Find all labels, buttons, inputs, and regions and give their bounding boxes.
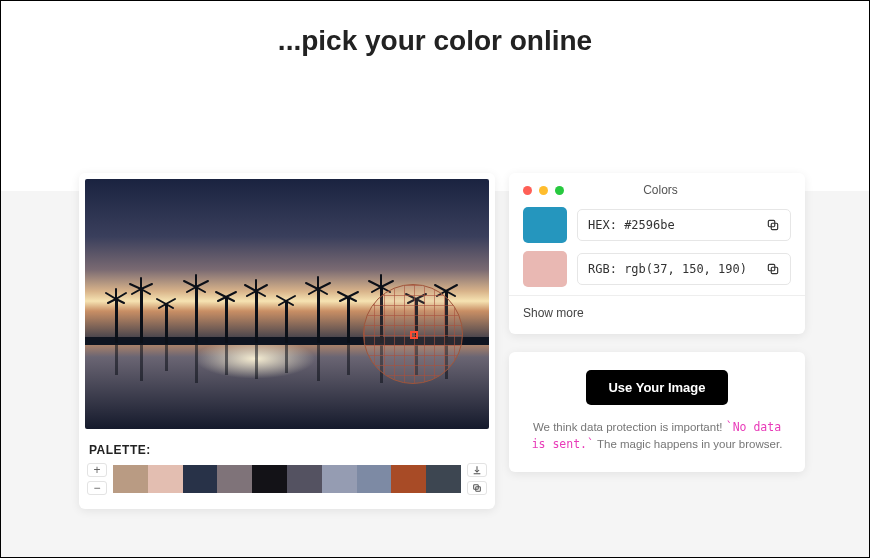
svg-rect-10 <box>285 301 288 343</box>
palette-swatch[interactable] <box>252 465 287 493</box>
hex-code-box: HEX: #2596be <box>577 209 791 241</box>
palette-swatch[interactable] <box>322 465 357 493</box>
palette-swatches <box>113 465 461 493</box>
show-more-link[interactable]: Show more <box>523 306 791 320</box>
page-title: ...pick your color online <box>1 25 869 57</box>
palette-swatch[interactable] <box>426 465 461 493</box>
colors-title: Colors <box>564 183 757 197</box>
copy-rgb-button[interactable] <box>766 262 780 276</box>
svg-rect-71 <box>140 345 143 381</box>
palette-add-button[interactable]: + <box>87 463 107 477</box>
svg-rect-73 <box>195 345 198 383</box>
rgb-code-text: RGB: rgb(37, 150, 190) <box>588 262 747 276</box>
window-dots <box>523 186 564 195</box>
svg-rect-77 <box>317 345 320 381</box>
window-dot-red <box>523 186 532 195</box>
privacy-text: We think data protection is important! `… <box>523 419 791 454</box>
palette-swatch[interactable] <box>183 465 218 493</box>
image-card: PALETTE: + − <box>79 173 495 509</box>
divider <box>509 295 805 296</box>
svg-rect-70 <box>115 345 118 375</box>
copy-icon <box>472 483 482 493</box>
copy-icon <box>766 218 780 232</box>
magnifier-cursor <box>410 331 418 339</box>
palette-swatch[interactable] <box>391 465 426 493</box>
hex-color-preview <box>523 207 567 243</box>
palette-swatch[interactable] <box>217 465 252 493</box>
download-icon <box>472 465 482 475</box>
svg-rect-72 <box>165 345 168 371</box>
svg-rect-5 <box>140 289 143 343</box>
svg-rect-9 <box>255 291 258 343</box>
palette-copy-button[interactable] <box>467 481 487 495</box>
window-dot-yellow <box>539 186 548 195</box>
svg-rect-75 <box>255 345 258 379</box>
palette-swatch[interactable] <box>113 465 148 493</box>
svg-rect-11 <box>317 289 320 343</box>
hex-code-text: HEX: #2596be <box>588 218 675 232</box>
rgb-code-box: RGB: rgb(37, 150, 190) <box>577 253 791 285</box>
palette-swatch[interactable] <box>148 465 183 493</box>
svg-rect-12 <box>347 297 350 343</box>
svg-rect-6 <box>165 304 168 344</box>
use-your-image-button[interactable]: Use Your Image <box>586 370 727 405</box>
svg-rect-7 <box>195 287 198 343</box>
magnifier-loupe[interactable] <box>363 284 463 384</box>
svg-rect-78 <box>347 345 350 375</box>
copy-hex-button[interactable] <box>766 218 780 232</box>
palette-swatch[interactable] <box>287 465 322 493</box>
svg-rect-8 <box>225 297 228 343</box>
palette-swatch[interactable] <box>357 465 392 493</box>
palette-download-button[interactable] <box>467 463 487 477</box>
window-dot-green <box>555 186 564 195</box>
svg-rect-76 <box>285 345 288 373</box>
palette-label: PALETTE: <box>89 443 489 457</box>
colors-card: Colors HEX: #2596be RGB: rgb(37, 150, 19… <box>509 173 805 334</box>
svg-rect-74 <box>225 345 228 375</box>
svg-rect-4 <box>115 299 118 343</box>
copy-icon <box>766 262 780 276</box>
upload-card: Use Your Image We think data protection … <box>509 352 805 472</box>
palette-remove-button[interactable]: − <box>87 481 107 495</box>
rgb-color-preview <box>523 251 567 287</box>
image-preview[interactable] <box>85 179 489 429</box>
